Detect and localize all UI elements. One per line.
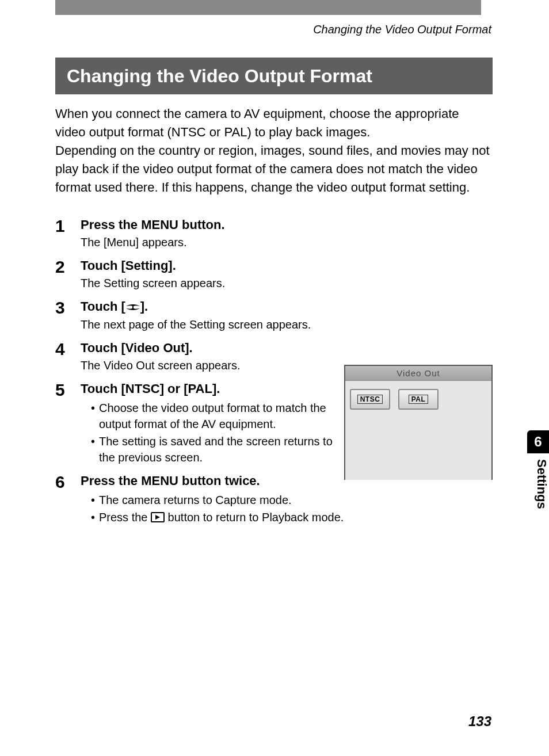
step-desc: The [Menu] appears. [81,236,493,249]
step-title-part: Touch [ [81,299,125,314]
step-2: 2 Touch [Setting]. The Setting screen ap… [55,258,493,292]
step-number: 1 [55,217,81,251]
step-title: Press the MENU button. [81,217,493,232]
pal-button[interactable]: PAL [398,389,439,410]
step-title: Touch [Video Out]. [81,341,493,356]
step-bullet: The setting is saved and the screen retu… [91,433,340,465]
screen-body: NTSC PAL [345,381,491,480]
step-title-part: Press the [81,217,141,232]
step-desc: The Video Out screen appears. [81,359,340,372]
step-3: 3 Touch []. The next page of the Setting… [55,299,493,334]
intro-paragraph: When you connect the camera to AV equipm… [55,105,493,196]
step-number: 2 [55,258,81,292]
side-tab: 6 Settings [527,430,549,509]
pal-label: PAL [409,395,429,404]
chapter-label: Settings [527,453,549,509]
step-number: 5 [55,381,81,467]
video-out-screen: Video Out NTSC PAL [344,365,493,480]
step-bullet: Press the button to return to Playback m… [91,509,493,526]
menu-word: MENU [141,217,178,232]
step-number: 3 [55,299,81,334]
menu-word: MENU [141,474,178,488]
step-title: Touch [Setting]. [81,258,493,273]
step-title-part: button. [178,217,225,232]
step-number: 4 [55,341,81,375]
step-desc: The next page of the Setting screen appe… [81,318,493,331]
screen-title: Video Out [345,366,491,381]
svg-marker-1 [155,515,160,520]
step-6: 6 Press the MENU button twice. The camer… [55,474,493,528]
section-title: Changing the Video Output Format [55,58,493,94]
running-head: Changing the Video Output Format [313,23,491,36]
step-title: Touch []. [81,299,493,315]
playback-icon [151,510,165,526]
bullet-text-part: Press the [99,511,151,524]
top-gray-bar [55,0,481,15]
page-number: 133 [468,713,491,730]
bullet-text-part: button to return to Playback mode. [165,511,344,524]
ntsc-label: NTSC [357,395,383,404]
step-number: 6 [55,474,81,528]
step-title-part: button twice. [178,474,260,488]
ntsc-button[interactable]: NTSC [350,389,390,410]
step-title-part: ]. [140,299,148,314]
step-bullet: Choose the video output format to match … [91,400,340,432]
step-title-part: Press the [81,474,141,488]
chapter-number-badge: 6 [527,430,549,453]
step-bullet: The camera returns to Capture mode. [91,492,493,508]
next-page-icon [125,300,140,315]
step-1: 1 Press the MENU button. The [Menu] appe… [55,217,493,251]
step-desc: The Setting screen appears. [81,277,493,290]
